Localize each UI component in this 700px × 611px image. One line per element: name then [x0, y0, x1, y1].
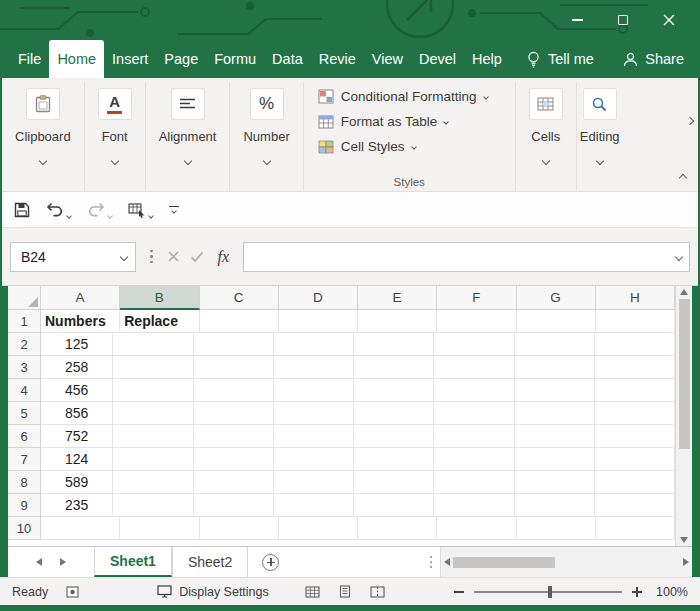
cell-B3[interactable]: [113, 356, 193, 379]
display-settings-button[interactable]: Display Settings: [157, 585, 269, 599]
cell-A5[interactable]: 856: [41, 402, 113, 425]
cell-A6[interactable]: 752: [41, 425, 113, 448]
scroll-left-icon[interactable]: [444, 558, 450, 566]
sheet-tab-sheet2[interactable]: Sheet2: [172, 547, 248, 577]
ribbon-scroll-right-button[interactable]: [682, 78, 698, 164]
vertical-scrollbar[interactable]: [675, 286, 692, 546]
macro-record-button[interactable]: [66, 586, 79, 598]
cell-B7[interactable]: [113, 448, 193, 471]
cell-H6[interactable]: [595, 425, 675, 448]
cell-H1[interactable]: [596, 310, 675, 333]
cell-C7[interactable]: [194, 448, 274, 471]
page-break-preview-button[interactable]: [368, 584, 387, 600]
menu-tab-view[interactable]: View: [364, 40, 411, 78]
cell-H2[interactable]: [595, 333, 675, 356]
vertical-scroll-thumb[interactable]: [679, 299, 690, 449]
cell-G1[interactable]: [517, 310, 596, 333]
normal-view-button[interactable]: [303, 584, 322, 600]
row-header-10[interactable]: 10: [8, 517, 41, 540]
cell-C3[interactable]: [194, 356, 274, 379]
cell-G8[interactable]: [515, 471, 595, 494]
formula-bar-resize-handle[interactable]: [146, 250, 157, 264]
row-header-9[interactable]: 9: [8, 494, 41, 517]
cell-D7[interactable]: [274, 448, 354, 471]
column-header-H[interactable]: H: [596, 286, 675, 310]
cell-styles-button[interactable]: Cell Styles: [316, 134, 503, 159]
row-header-7[interactable]: 7: [8, 448, 41, 471]
ribbon-group-clipboard[interactable]: Clipboard: [2, 82, 85, 191]
maximize-button[interactable]: [600, 0, 646, 40]
customize-toolbar-button[interactable]: [169, 206, 179, 214]
paste-button[interactable]: [26, 88, 60, 120]
insert-function-button[interactable]: fx: [214, 248, 234, 266]
cell-C2[interactable]: [194, 333, 274, 356]
alignment-button[interactable]: [171, 88, 205, 120]
horizontal-scroll-thumb[interactable]: [453, 557, 555, 568]
cell-C6[interactable]: [194, 425, 274, 448]
cell-A1[interactable]: Numbers: [41, 310, 120, 333]
ribbon-group-number[interactable]: % Number: [230, 82, 303, 191]
cell-E6[interactable]: [354, 425, 434, 448]
save-button[interactable]: [14, 202, 30, 218]
menu-tab-formulas[interactable]: Formu: [206, 40, 264, 78]
cell-F3[interactable]: [434, 356, 514, 379]
share-button[interactable]: Share: [623, 40, 684, 78]
close-button[interactable]: [646, 0, 692, 40]
cell-H9[interactable]: [595, 494, 675, 517]
column-header-D[interactable]: D: [279, 286, 358, 310]
column-header-B[interactable]: B: [120, 286, 199, 310]
cell-F4[interactable]: [434, 379, 514, 402]
cell-F10[interactable]: [437, 517, 516, 540]
cell-A7[interactable]: 124: [41, 448, 113, 471]
ribbon-group-editing[interactable]: Editing: [577, 82, 623, 191]
cell-G7[interactable]: [515, 448, 595, 471]
cell-B8[interactable]: [113, 471, 193, 494]
cell-E10[interactable]: [358, 517, 437, 540]
cell-B5[interactable]: [113, 402, 193, 425]
cell-G5[interactable]: [515, 402, 595, 425]
menu-tab-data[interactable]: Data: [264, 40, 311, 78]
cell-E9[interactable]: [354, 494, 434, 517]
horizontal-scroll-track[interactable]: [453, 547, 680, 577]
zoom-level[interactable]: 100%: [652, 585, 688, 599]
row-header-2[interactable]: 2: [8, 333, 41, 356]
cell-B10[interactable]: [120, 517, 199, 540]
cell-B9[interactable]: [113, 494, 193, 517]
cell-H8[interactable]: [595, 471, 675, 494]
name-box-dropdown[interactable]: [113, 254, 135, 260]
row-header-8[interactable]: 8: [8, 471, 41, 494]
menu-tab-review[interactable]: Revie: [311, 40, 364, 78]
cell-G2[interactable]: [515, 333, 595, 356]
cell-A8[interactable]: 589: [41, 471, 113, 494]
cell-D6[interactable]: [274, 425, 354, 448]
column-header-G[interactable]: G: [517, 286, 596, 310]
cell-G3[interactable]: [515, 356, 595, 379]
menu-tab-file[interactable]: File: [10, 40, 49, 78]
zoom-out-button[interactable]: [454, 591, 464, 593]
cell-E8[interactable]: [354, 471, 434, 494]
undo-button[interactable]: [46, 202, 71, 218]
row-header-4[interactable]: 4: [8, 379, 41, 402]
cell-D10[interactable]: [279, 517, 358, 540]
cell-D9[interactable]: [274, 494, 354, 517]
cell-D8[interactable]: [274, 471, 354, 494]
sheetbar-resize-handle[interactable]: [422, 547, 441, 577]
cell-D3[interactable]: [274, 356, 354, 379]
cell-C4[interactable]: [194, 379, 274, 402]
ribbon-group-cells[interactable]: Cells: [516, 82, 577, 191]
cell-E7[interactable]: [354, 448, 434, 471]
number-format-button[interactable]: %: [250, 88, 284, 120]
cell-B6[interactable]: [113, 425, 193, 448]
row-header-5[interactable]: 5: [8, 402, 41, 425]
cell-H7[interactable]: [595, 448, 675, 471]
cell-E3[interactable]: [354, 356, 434, 379]
cell-A3[interactable]: 258: [41, 356, 113, 379]
cell-C10[interactable]: [200, 517, 279, 540]
cell-E1[interactable]: [358, 310, 437, 333]
previous-sheet-icon[interactable]: [36, 558, 42, 566]
zoom-in-button[interactable]: [632, 587, 642, 597]
scroll-up-icon[interactable]: [680, 289, 688, 295]
page-layout-view-button[interactable]: [336, 583, 354, 600]
cell-F9[interactable]: [434, 494, 514, 517]
cell-H3[interactable]: [595, 356, 675, 379]
